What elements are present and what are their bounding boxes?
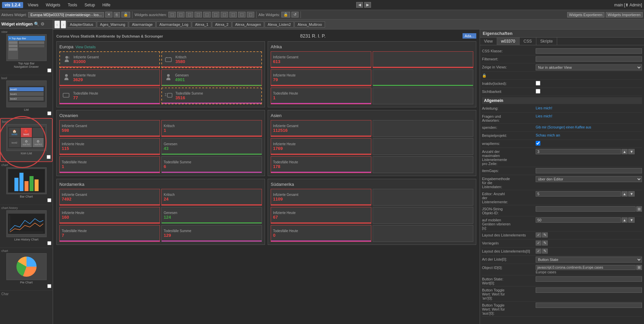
fragen-link[interactable]: Lies mich! — [536, 114, 552, 118]
object-id-btn[interactable]: ⊞ — [636, 265, 642, 270]
import-widgets-btn[interactable]: Widgets Importieren — [606, 12, 643, 17]
zeige-in-views-select[interactable]: Nur in aktueller View — [536, 64, 642, 70]
filterwort-input[interactable] — [536, 56, 642, 62]
toggle-on-input[interactable] — [536, 287, 642, 293]
editor-anzahl-up-btn[interactable]: ▲ — [622, 191, 628, 197]
layout-check-btn[interactable]: ✓ — [536, 232, 541, 237]
align-middle-btn[interactable]: ⬚ — [203, 12, 211, 17]
nav-forward-btn[interactable]: ▶ — [364, 2, 371, 8]
lock-all-btn[interactable]: 🔒 — [281, 12, 290, 17]
align-top-btn[interactable]: ⬚ — [195, 12, 202, 17]
layout0-check-btn[interactable]: ✓ — [536, 249, 541, 254]
max-list-down-btn[interactable]: ▼ — [628, 149, 635, 154]
anleitung-link[interactable]: Lies mich! — [536, 106, 552, 110]
eingabe-select[interactable]: über den Editor — [536, 176, 642, 182]
na-stat-0: Infizierte Gesamt 7492 — [59, 189, 160, 206]
nav-tab-alarmanlage[interactable]: Alarmanlage — [129, 21, 156, 28]
verriegeln-edit-btn[interactable]: ✎ — [542, 240, 548, 246]
layout0-edit-btn[interactable]: ✎ — [542, 249, 548, 254]
inaktiv-checkbox[interactable] — [536, 81, 540, 86]
prop-value-editor-anzahl: ▲ ▼ — [536, 191, 642, 197]
css-klasse-input[interactable] — [536, 48, 642, 54]
wrap-items-checkbox[interactable] — [536, 141, 540, 146]
menu-tools[interactable]: Tools — [65, 2, 80, 8]
json-string-btn[interactable]: ⊞ — [636, 206, 642, 212]
json-string-input[interactable] — [536, 206, 636, 212]
mobil-input[interactable] — [536, 217, 621, 223]
sidebar-check-view[interactable] — [47, 68, 51, 72]
sidebar-check-bool-list[interactable] — [47, 111, 51, 115]
distribute-h-btn[interactable]: ⬚ — [221, 12, 228, 17]
sidebar-item-pie-chart[interactable]: chart Pie Chart — [0, 248, 53, 291]
same-height-btn[interactable]: ⬚ — [247, 12, 254, 17]
oz-stat-0: Infizierte Gesamt 598 — [59, 120, 160, 137]
prop-layout: Layout des Listenelements ✓ ✎ — [482, 231, 642, 239]
sidebar-item-view[interactable]: view ≡ Top App Bar — [0, 29, 53, 75]
europa-stat-3: Genesen 4901 — [161, 69, 262, 86]
button-state-wert-input[interactable] — [536, 276, 642, 282]
tab-w03370[interactable]: w03370 — [497, 38, 520, 45]
sa-stat-value-4: 0 — [273, 233, 369, 238]
prop-value-anleitung: Lies mich! — [536, 106, 642, 110]
spenden-link[interactable]: Gib mir (Scrounger) einen Kaffee aus — [536, 125, 591, 129]
sidebar-check-bar-chart[interactable] — [47, 198, 51, 202]
nav-tab-adapterstatus[interactable]: AdapterStatus — [67, 21, 96, 28]
sidebar-item-line-chart[interactable]: chart.history Line History Chart — [0, 205, 53, 248]
oz-stat-content-5: Todesfälle Summe 6 — [164, 160, 260, 169]
view-details-europa[interactable]: View Details — [75, 45, 96, 49]
char-label: Char — [0, 291, 53, 297]
sidebar-item-icon-list[interactable]: bool 🏠bool0 🔴bool1 bool2 — [0, 118, 53, 162]
beispielprojekt-link[interactable]: Schau mich an — [536, 133, 560, 137]
max-list-input[interactable] — [536, 149, 621, 154]
sidebar-check-icon-list[interactable] — [47, 155, 51, 159]
active-widget-value[interactable]: Europa MD[w03370] (materialdesign - Ico.… — [28, 12, 104, 17]
nav-back-btn[interactable]: ◀ — [356, 2, 363, 8]
tab-skripte[interactable]: Skripte — [536, 38, 557, 45]
align-bottom-btn[interactable]: ⬚ — [212, 12, 219, 17]
tab-view[interactable]: View — [480, 38, 497, 45]
search-icon[interactable]: 🔍 — [34, 21, 39, 26]
mobil-down-btn[interactable]: ▼ — [628, 217, 635, 223]
nav-tab-alarmanlage-log[interactable]: Alarmanlage_Log — [156, 21, 191, 28]
distribute-v-btn[interactable]: ⬚ — [229, 12, 237, 17]
toggle-off-input[interactable] — [536, 303, 642, 308]
art-liste-select[interactable]: Button State — [536, 257, 642, 263]
settings-icon[interactable]: ⚙ — [41, 21, 45, 26]
nav-tab-alexa2[interactable]: Alexa_2 — [212, 21, 231, 28]
export-widgets-btn[interactable]: Widgets Exportieren — [567, 12, 604, 17]
clear-widget-btn[interactable]: ✕ — [105, 12, 112, 17]
layout-edit-btn[interactable]: ✎ — [542, 232, 548, 237]
align-right-btn[interactable]: ⬚ — [186, 12, 193, 17]
nav-tab-ages-warnung[interactable]: Ages_Warnung — [97, 21, 128, 28]
nav-left-btn[interactable]: ‹ — [54, 20, 60, 29]
refresh-btn[interactable]: ↺ — [291, 12, 299, 17]
menu-views[interactable]: Views — [25, 2, 41, 8]
max-list-up-btn[interactable]: ▲ — [622, 149, 628, 154]
nav-tab-alexa-multiroo[interactable]: Alexa_Multiroo — [294, 21, 325, 28]
sidebar-item-bool-list[interactable]: bool bool0 bool1 bool2 List — [0, 75, 53, 118]
align-center-btn[interactable]: ⬚ — [177, 12, 184, 17]
sidebar-check-pie-chart[interactable] — [47, 284, 51, 288]
same-width-btn[interactable]: ⬚ — [238, 12, 246, 17]
tab-css[interactable]: CSS — [520, 38, 536, 45]
menu-hilfe[interactable]: Hilfe — [100, 2, 113, 8]
item-gaps-input[interactable] — [536, 168, 642, 173]
sidebar-item-bar-chart[interactable]: chart Bar Chart — [0, 162, 53, 205]
sichtbarkeit-checkbox[interactable] — [536, 89, 540, 94]
right-panel: Eigenschaften View w03370 CSS Skripte CS… — [480, 30, 644, 324]
menu-widgets[interactable]: Widgets — [43, 2, 63, 8]
nav-tab-alexa-ansagen[interactable]: Alexa_Ansagen — [232, 21, 264, 28]
sidebar-check-line-chart[interactable] — [47, 241, 51, 245]
nav-right-btn[interactable]: › — [61, 20, 66, 29]
object-id-input[interactable] — [536, 265, 636, 270]
editor-anzahl-input[interactable] — [536, 191, 621, 197]
nav-tab-alexa1[interactable]: Alexa_1 — [192, 21, 211, 28]
align-left-btn[interactable]: ⬚ — [168, 12, 176, 17]
editor-anzahl-down-btn[interactable]: ▼ — [628, 191, 635, 197]
copy-widget-btn[interactable]: ⎘ — [114, 12, 120, 17]
lock-widget-btn[interactable]: 🔒 — [121, 12, 130, 17]
mobil-up-btn[interactable]: ▲ — [622, 217, 628, 223]
menu-setup[interactable]: Setup — [82, 2, 98, 8]
verriegeln-check-btn[interactable]: ✓ — [536, 240, 541, 246]
nav-tab-alexa-listen2[interactable]: Alexa_Listen2 — [265, 21, 294, 28]
